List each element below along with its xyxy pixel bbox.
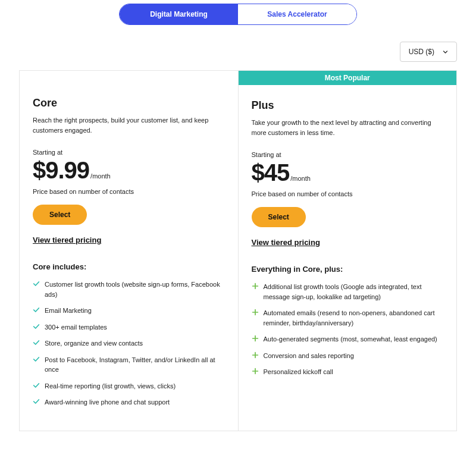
- plan-period: /month: [290, 175, 311, 184]
- checkmark-icon: [33, 356, 40, 363]
- select-button[interactable]: Select: [252, 207, 306, 227]
- feature-item: Auto-generated segments (most, somewhat,…: [252, 334, 444, 344]
- plan-name: Core: [33, 97, 225, 109]
- plan-card-body: Plus Take your growth to the next level …: [239, 85, 457, 400]
- checkmark-icon: [33, 280, 40, 287]
- tab-digital-marketing[interactable]: Digital Marketing: [120, 4, 238, 24]
- plan-price: $45: [252, 161, 290, 184]
- features-heading: Everything in Core, plus:: [252, 265, 444, 274]
- feature-item: Personalized kickoff call: [252, 367, 444, 377]
- feature-item: Additional list growth tools (Google ads…: [252, 282, 444, 302]
- feature-text: Award-winning live phone and chat suppor…: [45, 397, 170, 407]
- plus-icon: [252, 352, 259, 359]
- price-row: $9.99 /month: [33, 158, 225, 182]
- feature-item: Email Marketing: [33, 306, 225, 316]
- chevron-down-icon: [443, 49, 448, 55]
- plan-price: $9.99: [33, 158, 89, 182]
- feature-item: Post to Facebook, Instagram, Twitter, an…: [33, 355, 225, 375]
- plus-icon: [252, 309, 259, 316]
- tab-pill: Digital Marketing Sales Accelerator: [119, 4, 357, 25]
- price-note: Price based on number of contacts: [33, 188, 225, 195]
- starting-at-label: Starting at: [33, 149, 225, 156]
- product-tabs: Digital Marketing Sales Accelerator: [0, 4, 476, 25]
- feature-item: Automated emails (resend to non-openers,…: [252, 308, 444, 328]
- currency-row: USD ($): [0, 42, 476, 70]
- feature-item: 300+ email templates: [33, 322, 225, 332]
- currency-value: USD ($): [409, 48, 434, 56]
- feature-text: Email Marketing: [45, 306, 92, 316]
- price-note: Price based on number of contacts: [252, 190, 444, 197]
- currency-select[interactable]: USD ($): [400, 42, 457, 62]
- features-heading: Core includes:: [33, 262, 225, 271]
- price-row: $45 /month: [252, 161, 444, 184]
- plan-name: Plus: [252, 99, 444, 112]
- feature-item: Real-time reporting (list growth, views,…: [33, 381, 225, 391]
- checkmark-icon: [33, 398, 40, 405]
- plan-description: Reach the right prospects, build your cu…: [33, 115, 225, 136]
- checkmark-icon: [33, 306, 40, 313]
- feature-item: Customer list growth tools (website sign…: [33, 280, 225, 299]
- plus-icon: [252, 335, 259, 342]
- starting-at-label: Starting at: [252, 151, 444, 158]
- feature-text: Additional list growth tools (Google ads…: [264, 282, 444, 302]
- feature-text: Real-time reporting (list growth, views,…: [45, 381, 176, 391]
- checkmark-icon: [33, 339, 40, 346]
- feature-text: Personalized kickoff call: [264, 367, 333, 377]
- feature-item: Award-winning live phone and chat suppor…: [33, 397, 225, 407]
- tab-sales-accelerator[interactable]: Sales Accelerator: [238, 4, 356, 24]
- checkmark-icon: [33, 382, 40, 389]
- plus-icon: [252, 368, 259, 375]
- checkmark-icon: [33, 323, 40, 330]
- feature-text: Store, organize and view contacts: [45, 338, 143, 349]
- feature-list: Customer list growth tools (website sign…: [33, 280, 225, 407]
- view-tiered-pricing-link[interactable]: View tiered pricing: [33, 236, 225, 244]
- feature-text: Auto-generated segments (most, somewhat,…: [264, 334, 437, 344]
- plan-period: /month: [90, 172, 111, 181]
- plan-card-plus: Most Popular Plus Take your growth to th…: [238, 70, 458, 431]
- plus-icon: [252, 283, 259, 290]
- feature-text: 300+ email templates: [45, 322, 107, 332]
- plan-card-body: Core Reach the right prospects, build yo…: [20, 71, 238, 431]
- feature-text: Customer list growth tools (website sign…: [45, 280, 225, 299]
- most-popular-badge: Most Popular: [239, 71, 457, 85]
- plan-card-core: Core Reach the right prospects, build yo…: [19, 70, 239, 431]
- plan-description: Take your growth to the next level by at…: [252, 118, 444, 138]
- plans-container: Core Reach the right prospects, build yo…: [0, 70, 476, 431]
- feature-item: Store, organize and view contacts: [33, 338, 225, 349]
- feature-text: Automated emails (resend to non-openers,…: [264, 308, 444, 328]
- feature-list: Additional list growth tools (Google ads…: [252, 282, 444, 377]
- feature-text: Conversion and sales reporting: [264, 351, 354, 361]
- select-button[interactable]: Select: [33, 205, 87, 225]
- view-tiered-pricing-link[interactable]: View tiered pricing: [252, 238, 444, 247]
- feature-item: Conversion and sales reporting: [252, 351, 444, 361]
- feature-text: Post to Facebook, Instagram, Twitter, an…: [45, 355, 225, 375]
